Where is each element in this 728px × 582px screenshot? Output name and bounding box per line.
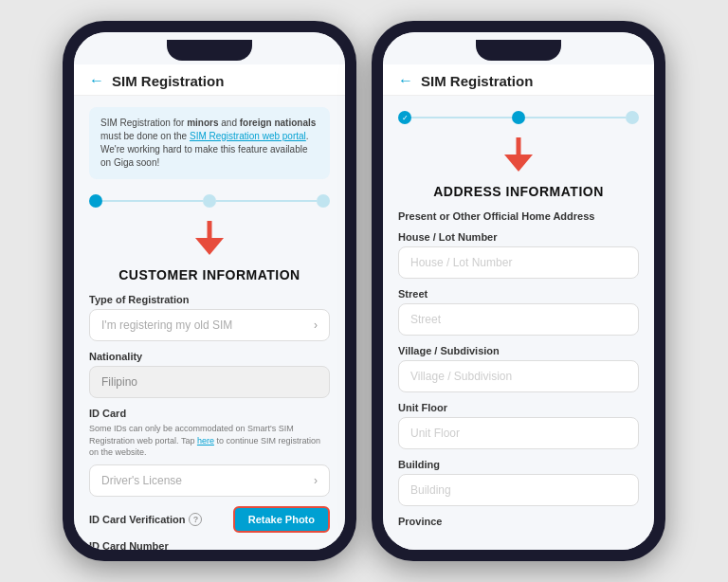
progress-line-1 [102,200,203,202]
nationality-label: Nationality [89,351,330,362]
section-title-2: ADDRESS INFORMATION [398,184,639,199]
progress-dot-3 [317,194,330,208]
unit-floor-label: Unit Floor [398,402,639,413]
house-lot-label: House / Lot Number [398,231,639,243]
address-subtitle: Present or Other Official Home Address [398,210,639,222]
nationality-group: Nationality Filipino [89,351,330,398]
retake-photo-button[interactable]: Retake Photo [233,506,330,533]
scroll-area-2[interactable]: ✓ ADDRESS INFORMATION [383,96,654,550]
id-card-note: Some IDs can only be accommodated on Sma… [89,423,330,459]
section-title-1: CUSTOMER INFORMATION [89,267,330,282]
village-input[interactable]: Village / Subdivision [398,360,639,392]
phone-1: ← SIM Registration SIM Registration for … [63,21,356,561]
street-label: Street [398,288,639,300]
notch-area-1 [74,32,345,64]
header-2: ← SIM Registration [383,64,654,96]
house-lot-placeholder: House / Lot Number [410,256,512,269]
notch-1 [167,40,252,61]
phone-2: ← SIM Registration ✓ [372,21,665,561]
id-card-number-group: ID Card Number N03-12-123456 [89,540,330,550]
province-label: Province [398,516,639,527]
progress-line-4 [525,117,626,118]
id-card-label: ID Card [89,408,330,419]
scroll-area-1[interactable]: SIM Registration for minors and foreign … [74,96,345,550]
progress-bar-2: ✓ [398,107,639,128]
svg-marker-1 [195,238,224,255]
notch-2 [476,40,561,61]
help-icon[interactable]: ? [189,513,202,526]
red-arrow-2 [398,137,639,180]
progress-dot-active-1 [89,194,102,208]
building-input[interactable]: Building [398,474,639,506]
info-banner: SIM Registration for minors and foreign … [89,107,330,179]
unit-floor-group: Unit Floor Unit Floor [398,402,639,449]
verification-label: ID Card Verification ? [89,513,202,526]
province-group: Province [398,516,639,527]
chevron-icon-2: › [314,474,318,487]
progress-line-3 [411,117,512,118]
house-lot-group: House / Lot Number House / Lot Number [398,231,639,279]
street-group: Street Street [398,288,639,336]
id-card-verification-row: ID Card Verification ? Retake Photo [89,506,330,533]
unit-floor-input[interactable]: Unit Floor [398,417,639,449]
header-title-2: SIM Registration [421,73,533,89]
type-of-registration-group: Type of Registration I'm registering my … [89,294,330,341]
svg-marker-3 [504,155,533,172]
nationality-input: Filipino [89,366,330,398]
village-group: Village / Subdivision Village / Subdivis… [398,345,639,392]
house-lot-input[interactable]: House / Lot Number [398,246,639,279]
back-button-1[interactable]: ← [89,72,104,89]
building-placeholder: Building [410,483,451,497]
building-label: Building [398,459,639,470]
back-button-2[interactable]: ← [398,72,413,89]
street-input[interactable]: Street [398,303,639,336]
unit-floor-placeholder: Unit Floor [410,427,460,440]
progress-dot-2 [203,194,216,208]
building-group: Building Building [398,459,639,506]
header-1: ← SIM Registration [74,64,345,96]
red-arrow-1 [89,221,330,264]
notch-area-2 [383,32,654,64]
village-label: Village / Subdivision [398,345,639,356]
village-placeholder: Village / Subdivision [410,370,512,383]
id-card-group: ID Card Some IDs can only be accommodate… [89,408,330,497]
progress-dot-active-2 [512,111,525,124]
id-card-number-label: ID Card Number [89,540,330,550]
progress-line-2 [216,200,317,202]
type-of-registration-label: Type of Registration [89,294,330,305]
type-of-registration-value: I'm registering my old SIM [101,318,232,332]
id-card-select[interactable]: Driver's License › [89,464,330,497]
type-of-registration-select[interactable]: I'm registering my old SIM › [89,309,330,341]
street-placeholder: Street [410,313,441,326]
progress-dot-check-1: ✓ [398,111,411,124]
progress-bar-1 [89,191,330,211]
nationality-value: Filipino [101,375,137,389]
id-card-value: Driver's License [101,474,182,487]
progress-dot-5 [626,111,639,124]
chevron-icon-1: › [314,318,318,332]
id-verification-text: ID Card Verification [89,514,185,525]
header-title-1: SIM Registration [112,73,224,89]
